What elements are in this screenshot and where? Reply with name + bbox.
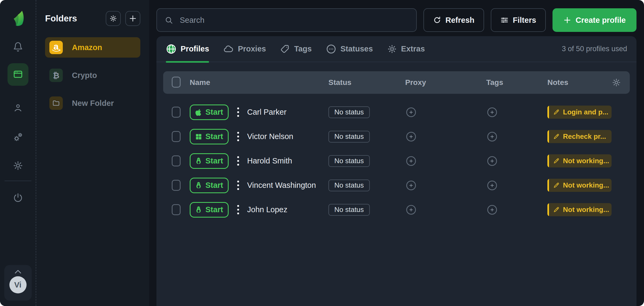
note-badge[interactable]: Login and p... <box>547 106 612 119</box>
tab-tags[interactable]: Tags <box>280 36 312 62</box>
column-header-notes[interactable]: Notes <box>547 78 612 87</box>
user-menu[interactable]: Vi <box>4 265 32 301</box>
add-proxy-icon[interactable] <box>406 181 416 190</box>
gear-icon <box>387 44 397 54</box>
row-menu-kebab-icon[interactable] <box>236 155 240 167</box>
column-header-proxy[interactable]: Proxy <box>405 78 486 87</box>
profiles-table-body: Start Carl Parker No status <box>156 94 636 226</box>
note-badge[interactable]: Not working... <box>547 154 612 167</box>
logout-power-icon[interactable] <box>13 192 23 203</box>
status-badge[interactable]: No status <box>328 204 370 216</box>
add-tag-icon[interactable] <box>487 181 497 190</box>
add-folder-button[interactable] <box>125 11 140 26</box>
tab-profiles[interactable]: Profiles <box>166 36 209 62</box>
table-header: Name Status Proxy Tags Notes <box>163 71 630 94</box>
topbar: Refresh Filters Create <box>156 8 636 32</box>
note-text: Not working... <box>563 157 609 165</box>
row-checkbox[interactable] <box>172 204 181 215</box>
profiles-usage-counter: 3 of 50 profiles used <box>562 45 627 53</box>
profile-name: Harold Smith <box>247 156 292 165</box>
add-tag-icon[interactable] <box>487 107 497 117</box>
create-profile-button[interactable]: Create profile <box>552 8 636 32</box>
linux-penguin-icon <box>195 182 202 189</box>
refresh-button[interactable]: Refresh <box>423 8 484 32</box>
start-profile-button[interactable]: Start <box>190 178 229 193</box>
column-header-name[interactable]: Name <box>190 78 328 87</box>
status-dots-icon <box>326 44 336 54</box>
add-tag-icon[interactable] <box>487 132 497 141</box>
column-header-tags[interactable]: Tags <box>486 78 547 87</box>
profile-name: Vincent Washington <box>247 181 316 190</box>
rail-divider <box>5 181 31 181</box>
table-row: Start Victor Nelson No status <box>163 128 630 145</box>
start-profile-button[interactable]: Start <box>190 129 229 144</box>
row-menu-kebab-icon[interactable] <box>236 204 240 215</box>
search-icon <box>164 16 173 24</box>
pencil-icon <box>553 133 560 140</box>
linux-penguin-icon <box>195 157 202 165</box>
note-accent-bar <box>547 154 549 167</box>
sidebar-item-automation[interactable] <box>13 132 23 143</box>
tab-proxies[interactable]: Proxies <box>223 36 266 62</box>
tab-statuses[interactable]: Statuses <box>326 36 373 62</box>
table-row: Start Harold Smith No status <box>163 153 630 169</box>
select-all-checkbox[interactable] <box>172 77 181 88</box>
note-text: Login and p... <box>563 108 608 116</box>
note-accent-bar <box>547 203 549 216</box>
note-badge[interactable]: Recheck pr... <box>547 130 612 143</box>
filters-button[interactable]: Filters <box>491 8 546 32</box>
add-proxy-icon[interactable] <box>406 156 416 166</box>
add-proxy-icon[interactable] <box>406 107 416 117</box>
status-badge[interactable]: No status <box>328 180 370 191</box>
sidebar-item-settings[interactable] <box>13 160 23 171</box>
folder-item-crypto[interactable]: ₿ Crypto <box>45 65 140 85</box>
search-input[interactable] <box>179 16 409 25</box>
folder-item-new-folder[interactable]: New Folder <box>45 93 140 113</box>
start-profile-button[interactable]: Start <box>190 105 229 120</box>
note-text: Not working... <box>563 206 609 214</box>
note-accent-bar <box>547 106 549 119</box>
profile-name: John Lopez <box>247 205 287 214</box>
start-profile-button[interactable]: Start <box>190 153 229 169</box>
note-badge[interactable]: Not working... <box>547 179 612 192</box>
filters-sliders-icon <box>500 16 508 24</box>
row-menu-kebab-icon[interactable] <box>236 106 240 118</box>
chevron-up-icon <box>14 269 22 274</box>
pencil-icon <box>553 109 560 116</box>
folder-item-amazon[interactable]: a Amazon <box>45 37 140 58</box>
folders-settings-button[interactable] <box>106 11 121 26</box>
avatar[interactable]: Vi <box>9 276 27 293</box>
row-menu-kebab-icon[interactable] <box>236 131 240 142</box>
pencil-icon <box>553 206 560 213</box>
add-tag-icon[interactable] <box>487 156 497 166</box>
status-badge[interactable]: No status <box>328 106 370 118</box>
table-settings-gear-icon[interactable] <box>612 78 621 87</box>
add-tag-icon[interactable] <box>487 205 497 215</box>
search-bar[interactable] <box>156 8 417 32</box>
start-profile-button[interactable]: Start <box>190 202 229 218</box>
row-checkbox[interactable] <box>172 155 181 166</box>
status-badge[interactable]: No status <box>328 155 370 167</box>
folders-title: Folders <box>45 13 101 24</box>
icon-rail: Vi <box>0 0 36 306</box>
profiles-card: Profiles Proxies <box>156 36 636 306</box>
add-proxy-icon[interactable] <box>406 205 416 215</box>
tabs-bar: Profiles Proxies <box>156 36 636 62</box>
refresh-icon <box>433 16 441 24</box>
row-checkbox[interactable] <box>172 131 181 142</box>
row-menu-kebab-icon[interactable] <box>236 180 240 191</box>
status-badge[interactable]: No status <box>328 131 370 143</box>
tag-icon <box>280 44 290 54</box>
cloud-icon <box>223 44 234 54</box>
notifications-bell-icon[interactable] <box>13 42 23 52</box>
row-checkbox[interactable] <box>172 107 181 118</box>
sidebar-item-account[interactable] <box>13 103 23 113</box>
tab-extras[interactable]: Extras <box>387 36 425 62</box>
row-checkbox[interactable] <box>172 180 181 191</box>
main-area: Refresh Filters Create <box>149 0 644 306</box>
add-proxy-icon[interactable] <box>406 132 416 141</box>
column-header-status[interactable]: Status <box>328 78 405 87</box>
folder-label: Amazon <box>72 43 102 52</box>
note-badge[interactable]: Not working... <box>547 203 612 216</box>
sidebar-item-profiles[interactable] <box>8 63 28 86</box>
